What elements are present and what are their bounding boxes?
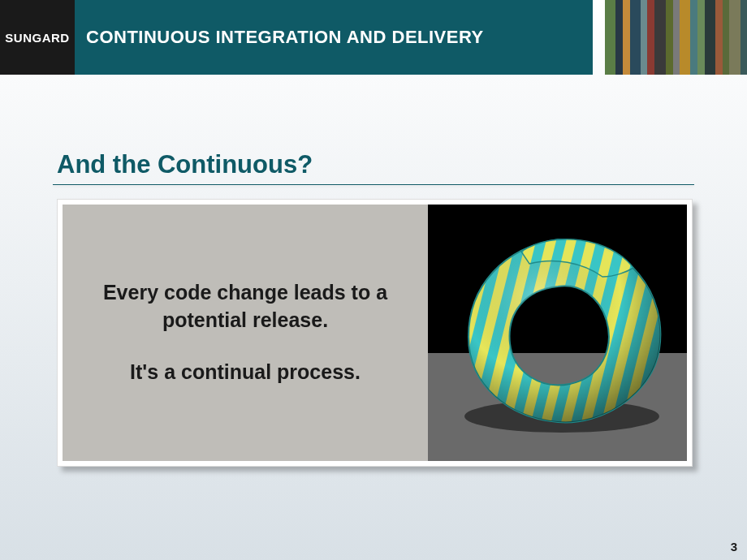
slide-header: SUNGARD CONTINUOUS INTEGRATION AND DELIV… bbox=[0, 0, 593, 75]
title-underline bbox=[53, 184, 694, 185]
slide-title: And the Continuous? bbox=[57, 150, 313, 179]
decorative-stripe bbox=[654, 0, 665, 75]
decorative-stripe bbox=[723, 0, 729, 75]
deck-title-bar: CONTINUOUS INTEGRATION AND DELIVERY bbox=[75, 0, 593, 75]
slide: SUNGARD CONTINUOUS INTEGRATION AND DELIV… bbox=[0, 0, 747, 560]
content-card: Every code change leads to a potential r… bbox=[57, 199, 693, 467]
decorative-stripe bbox=[615, 0, 623, 75]
logo-box: SUNGARD bbox=[0, 0, 75, 75]
page-number: 3 bbox=[731, 540, 737, 554]
card-image-panel bbox=[428, 205, 687, 461]
card-text-panel: Every code change leads to a potential r… bbox=[63, 205, 428, 461]
decorative-stripe bbox=[690, 0, 697, 75]
body-line-2: It's a continual process. bbox=[130, 359, 361, 386]
decorative-stripe bbox=[641, 0, 647, 75]
decorative-stripe bbox=[715, 0, 723, 75]
decorative-stripe bbox=[705, 0, 715, 75]
decorative-stripe bbox=[697, 0, 705, 75]
decorative-stripe bbox=[647, 0, 654, 75]
decorative-stripe bbox=[630, 0, 641, 75]
logo-text: SUNGARD bbox=[5, 31, 69, 45]
decorative-stripe bbox=[741, 0, 747, 75]
decorative-stripes bbox=[605, 0, 747, 75]
deck-title: CONTINUOUS INTEGRATION AND DELIVERY bbox=[86, 27, 484, 48]
decorative-stripe bbox=[666, 0, 673, 75]
decorative-stripe bbox=[623, 0, 629, 75]
decorative-stripe bbox=[729, 0, 740, 75]
decorative-stripe bbox=[680, 0, 690, 75]
body-line-1: Every code change leads to a potential r… bbox=[84, 279, 407, 334]
decorative-stripe bbox=[605, 0, 615, 75]
decorative-stripe bbox=[673, 0, 680, 75]
mobius-strip-icon bbox=[440, 223, 676, 442]
